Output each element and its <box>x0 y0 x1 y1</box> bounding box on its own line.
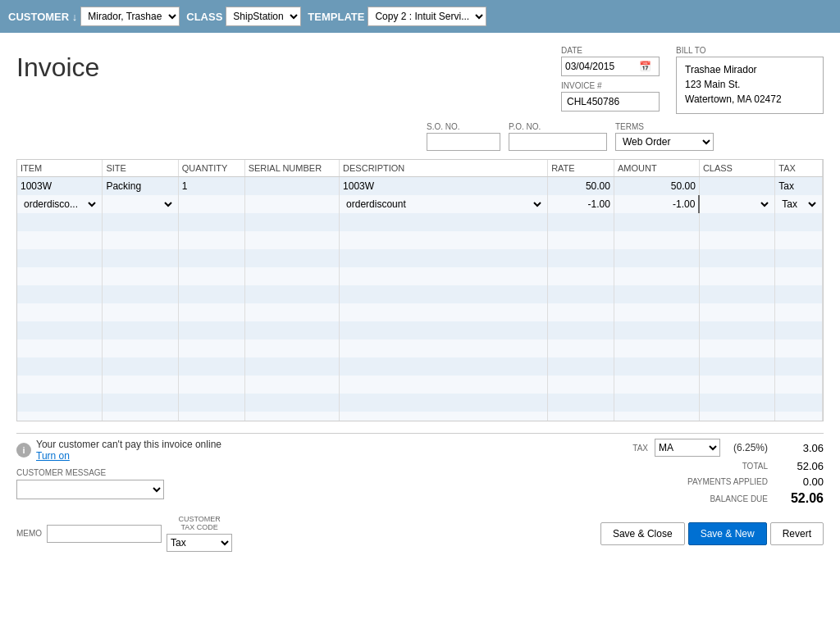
save-new-button[interactable]: Save & New <box>688 522 767 545</box>
class-select[interactable]: ShipStation <box>226 7 301 26</box>
empty-cell <box>775 321 823 339</box>
empty-cell <box>775 249 823 267</box>
empty-cell <box>614 267 699 285</box>
customer-group: CUSTOMER ↓ Mirador, Trashae <box>8 7 180 26</box>
customer-tax-code-label: CUSTOMERTAX CODE <box>178 516 220 532</box>
bill-to-box[interactable]: Trashae Mirador 123 Main St. Watertown, … <box>676 57 824 114</box>
customer-select[interactable]: Mirador, Trashae <box>80 7 180 26</box>
empty-cell <box>178 339 244 357</box>
empty-cell <box>699 285 774 303</box>
tax-code-select-summary[interactable]: MACATX <box>655 439 720 457</box>
empty-cell <box>178 394 244 412</box>
empty-cell <box>340 267 548 285</box>
empty-cell <box>244 394 339 412</box>
bill-to-label: BILL TO <box>676 46 824 55</box>
tax-select-row[interactable]: Tax <box>778 198 819 211</box>
cell-rate: 50.00 <box>548 177 614 195</box>
empty-cell <box>340 357 548 376</box>
customer-tax-code-select[interactable]: Tax Non <box>167 534 232 552</box>
tax-summary-label: TAX <box>632 444 648 453</box>
right-bottom: TAX MACATX (6.25%) 3.06 TOTAL 52.06 PAYM… <box>512 439 824 509</box>
empty-cell <box>17 285 103 303</box>
template-group: TEMPLATE Copy 2 : Intuit Servi... <box>308 7 486 26</box>
empty-cell <box>548 357 614 376</box>
empty-cell <box>103 303 178 321</box>
empty-cell <box>103 231 178 249</box>
empty-cell <box>775 267 823 285</box>
cell-description: orderdiscount <box>340 195 548 213</box>
invoice-table-wrap[interactable]: ITEM SITE QUANTITY SERIAL NUMBER DESCRIP… <box>16 159 824 421</box>
empty-cell <box>548 376 614 394</box>
empty-cell <box>340 231 548 249</box>
empty-cell <box>17 394 103 412</box>
turn-on-link[interactable]: Turn on <box>36 450 221 462</box>
empty-cell <box>340 213 548 231</box>
class-select-row[interactable] <box>703 198 771 211</box>
empty-cell <box>699 357 774 376</box>
empty-cell <box>775 303 823 321</box>
desc-select[interactable]: orderdiscount <box>343 198 544 211</box>
empty-cell <box>548 303 614 321</box>
header-bar: CUSTOMER ↓ Mirador, Trashae CLASS ShipSt… <box>0 0 840 33</box>
empty-cell <box>244 321 339 339</box>
save-close-button[interactable]: Save & Close <box>600 522 685 545</box>
empty-cell <box>178 357 244 376</box>
so-no-input[interactable] <box>427 133 500 151</box>
invoice-number-input[interactable] <box>561 92 660 112</box>
empty-cell <box>548 213 614 231</box>
table-row <box>17 321 823 339</box>
empty-cell <box>17 412 103 422</box>
item-select[interactable]: orderdisco... <box>21 198 98 211</box>
date-input[interactable] <box>565 61 639 72</box>
table-row <box>17 249 823 267</box>
empty-cell <box>614 213 699 231</box>
empty-cell <box>244 412 339 422</box>
payments-row: PAYMENTS APPLIED 0.00 <box>512 476 824 488</box>
cell-tax: Tax <box>775 177 823 195</box>
empty-cell <box>775 339 823 357</box>
bottom-section: i Your customer can't pay this invoice o… <box>16 433 824 509</box>
empty-cell <box>178 285 244 303</box>
empty-cell <box>614 285 699 303</box>
revert-button[interactable]: Revert <box>770 522 824 545</box>
po-no-input[interactable] <box>509 133 607 151</box>
empty-cell <box>614 376 699 394</box>
cell-quantity: 1 <box>178 177 244 195</box>
empty-cell <box>614 412 699 422</box>
memo-input[interactable] <box>47 525 162 543</box>
empty-cell <box>548 285 614 303</box>
template-select[interactable]: Copy 2 : Intuit Servi... <box>368 7 486 26</box>
bill-to-section: BILL TO Trashae Mirador 123 Main St. Wat… <box>676 46 824 114</box>
empty-cell <box>340 376 548 394</box>
empty-cell <box>775 412 823 422</box>
customer-message-label: CUSTOMER MESSAGE <box>16 468 361 477</box>
invoice-num-label: INVOICE # <box>561 81 660 90</box>
memo-label: MEMO <box>16 529 42 538</box>
empty-cell <box>178 267 244 285</box>
bill-to-line3: Watertown, MA 02472 <box>685 92 815 107</box>
empty-cell <box>244 213 339 231</box>
empty-cell <box>775 285 823 303</box>
col-header-description: DESCRIPTION <box>340 160 548 177</box>
empty-cell <box>699 213 774 231</box>
col-header-tax: TAX <box>775 160 823 177</box>
empty-cell <box>17 231 103 249</box>
total-label: TOTAL <box>669 462 768 471</box>
empty-cell <box>614 231 699 249</box>
payments-value: 0.00 <box>774 476 824 488</box>
empty-cell <box>340 412 548 422</box>
empty-cell <box>340 339 548 357</box>
empty-cell <box>244 285 339 303</box>
empty-cell <box>244 339 339 357</box>
so-no-label: S.O. NO. <box>427 122 500 131</box>
terms-select[interactable]: Web Order Net 30 Net 15 Due on receipt <box>615 133 714 151</box>
empty-cell <box>699 231 774 249</box>
customer-message-select[interactable] <box>16 480 164 499</box>
calendar-icon[interactable]: 📅 <box>639 61 651 72</box>
date-input-wrap: 📅 <box>561 57 660 76</box>
empty-cell <box>17 267 103 285</box>
invoice-table: ITEM SITE QUANTITY SERIAL NUMBER DESCRIP… <box>17 160 823 421</box>
date-field-group: DATE 📅 <box>561 46 660 76</box>
site-select[interactable] <box>106 198 174 211</box>
table-row <box>17 412 823 422</box>
